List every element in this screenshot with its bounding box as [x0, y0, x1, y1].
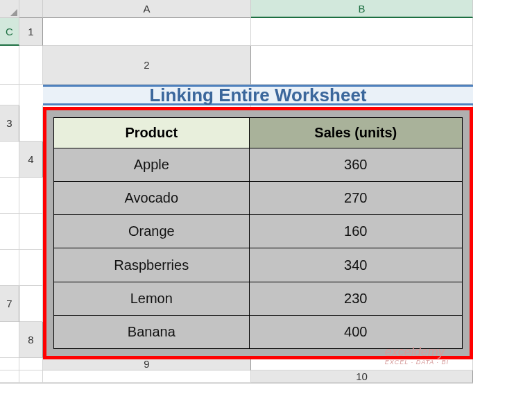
row-header-3[interactable]: 3 — [0, 105, 19, 142]
gutter-cell — [0, 383, 19, 384]
cell-product[interactable]: Apple — [54, 148, 250, 182]
row-header-4[interactable]: 4 — [19, 142, 43, 178]
cell-C10[interactable] — [251, 383, 473, 384]
cell-C4[interactable] — [19, 178, 43, 214]
highlighted-table: Product Sales (units) Apple 360 Avocado … — [43, 107, 473, 359]
cell-C9[interactable] — [43, 370, 251, 383]
cell-C3[interactable] — [0, 142, 19, 178]
gutter-cell — [19, 105, 43, 142]
watermark-title: exceldemy — [385, 345, 449, 359]
cell-B4[interactable] — [0, 178, 19, 214]
cell-sales[interactable]: 360 — [249, 148, 462, 182]
table-row: Orange 160 — [54, 215, 463, 248]
cell-B1[interactable] — [0, 46, 19, 85]
data-table: Product Sales (units) Apple 360 Avocado … — [53, 117, 463, 349]
gutter-cell — [251, 46, 473, 85]
cell-C7[interactable] — [0, 322, 19, 358]
cell-A9[interactable] — [0, 370, 19, 383]
cell-product[interactable]: Avocado — [54, 182, 250, 215]
cell-sales[interactable]: 270 — [249, 182, 462, 215]
cell-sales[interactable]: 400 — [249, 315, 462, 348]
cell-sales[interactable]: 340 — [249, 248, 462, 282]
table-header-row: Product Sales (units) — [54, 118, 463, 148]
cell-product[interactable]: Raspberries — [54, 248, 250, 282]
cell-sales[interactable]: 160 — [249, 215, 462, 248]
cell-C8[interactable] — [19, 358, 43, 370]
gutter-cell — [0, 250, 19, 286]
gutter-cell — [43, 18, 251, 46]
watermark: exceldemy EXCEL · DATA · BI — [385, 345, 449, 366]
table-row: Banana 400 — [54, 315, 463, 348]
cell-A5[interactable] — [0, 214, 19, 250]
cell-C1[interactable] — [19, 46, 43, 85]
cell-A6[interactable] — [19, 250, 43, 286]
header-product[interactable]: Product — [54, 118, 250, 148]
table-row: Apple 360 — [54, 148, 463, 182]
col-header-blank[interactable] — [19, 0, 43, 18]
row-header-7[interactable]: 7 — [0, 286, 19, 322]
cell-product[interactable]: Orange — [54, 215, 250, 248]
col-header-B[interactable]: B — [251, 0, 473, 18]
row-header-8[interactable]: 8 — [19, 322, 43, 358]
page-title[interactable]: Linking Entire Worksheet — [43, 85, 473, 105]
row-header-10[interactable]: 10 — [251, 370, 473, 383]
col-header-C[interactable]: C — [0, 18, 19, 46]
header-sales[interactable]: Sales (units) — [249, 118, 462, 148]
cell-A2[interactable] — [0, 85, 19, 105]
row-header-1[interactable]: 1 — [19, 18, 43, 46]
cell-B8[interactable] — [0, 358, 19, 370]
watermark-subtitle: EXCEL · DATA · BI — [385, 359, 449, 366]
cell-B9[interactable] — [19, 370, 43, 383]
table-row: Raspberries 340 — [54, 248, 463, 282]
cell-B10[interactable] — [43, 383, 251, 384]
row-header-9[interactable]: 9 — [43, 358, 251, 370]
table-row: Lemon 230 — [54, 282, 463, 315]
cell-A10[interactable] — [19, 383, 43, 384]
cell-product[interactable]: Lemon — [54, 282, 250, 315]
table-row: Avocado 270 — [54, 182, 463, 215]
cell-sales[interactable]: 230 — [249, 282, 462, 315]
gutter-cell — [19, 286, 43, 322]
row-header-2[interactable]: 2 — [43, 46, 251, 85]
cell-product[interactable]: Banana — [54, 315, 250, 348]
col-header-A[interactable]: A — [43, 0, 251, 18]
cell-B5[interactable] — [19, 214, 43, 250]
select-all-corner[interactable] — [0, 0, 19, 18]
cell-A1[interactable] — [251, 18, 473, 46]
